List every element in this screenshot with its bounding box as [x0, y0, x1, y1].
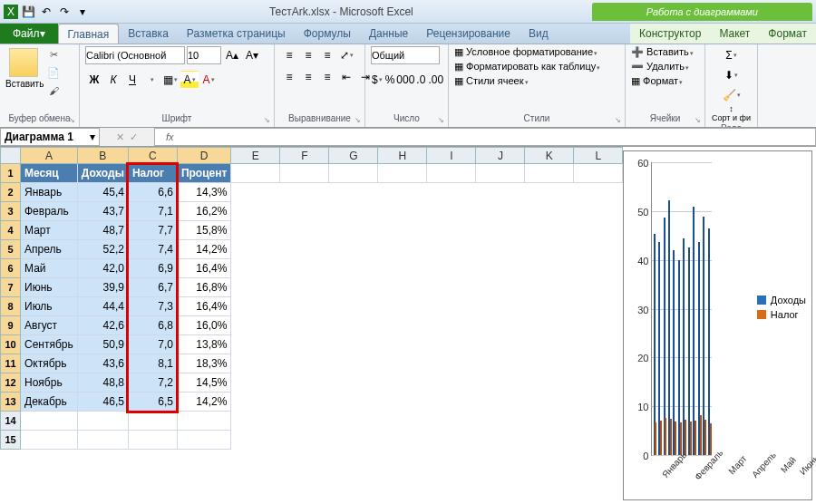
cell[interactable]: Август: [21, 316, 78, 335]
cell[interactable]: 15,8%: [177, 221, 230, 240]
data-tab[interactable]: Данные: [360, 24, 417, 44]
col-header-D[interactable]: D: [177, 148, 230, 164]
cell[interactable]: 43,6: [77, 354, 128, 373]
clear-icon[interactable]: 🧹: [723, 86, 741, 104]
cell[interactable]: 52,2: [77, 240, 128, 259]
align-top-icon[interactable]: ≡: [280, 46, 298, 64]
file-tab[interactable]: Файл ▾: [0, 24, 58, 44]
font-size-select[interactable]: [187, 46, 221, 64]
cell[interactable]: 14,3%: [177, 183, 230, 202]
cut-icon[interactable]: ✂: [45, 46, 62, 63]
comma-icon[interactable]: 000: [396, 71, 414, 89]
cell[interactable]: 7,3: [128, 297, 177, 316]
insert-cells-button[interactable]: ➕ Вставить: [631, 46, 699, 58]
cell[interactable]: 6,6: [128, 183, 177, 202]
cell[interactable]: Сентябрь: [21, 335, 78, 354]
row-header-9[interactable]: 9: [1, 316, 21, 335]
delete-cells-button[interactable]: ➖ Удалить: [631, 61, 699, 73]
view-tab[interactable]: Вид: [520, 24, 558, 44]
align-bot-icon[interactable]: ≡: [318, 46, 336, 64]
cell[interactable]: Октябрь: [21, 354, 78, 373]
layout-tab[interactable]: Макет: [710, 24, 759, 44]
fill-icon[interactable]: ⬇: [723, 66, 741, 84]
cell[interactable]: [177, 412, 230, 431]
cell[interactable]: [21, 412, 78, 431]
cell[interactable]: 48,8: [77, 373, 128, 393]
cell[interactable]: [427, 164, 476, 183]
cell[interactable]: [128, 412, 177, 431]
col-header-B[interactable]: B: [77, 148, 128, 164]
cell[interactable]: 14,2%: [177, 240, 230, 259]
col-header-F[interactable]: F: [280, 148, 329, 164]
cell[interactable]: Июнь: [21, 278, 78, 297]
name-box[interactable]: Диаграмма 1▾: [0, 128, 100, 146]
indent-dec-icon[interactable]: ⇤: [337, 68, 355, 86]
redo-icon[interactable]: ↷: [56, 4, 73, 20]
qat-dropdown-icon[interactable]: ▾: [74, 4, 91, 20]
chart[interactable]: 0102030405060 ЯнварьФевральМартАпрельМ: [623, 150, 812, 500]
select-all[interactable]: [1, 148, 21, 164]
header-cell[interactable]: Доходы: [77, 164, 128, 183]
cell[interactable]: 39,9: [77, 278, 128, 297]
cell[interactable]: 6,8: [128, 316, 177, 335]
cell[interactable]: 44,4: [77, 297, 128, 316]
cell[interactable]: [329, 164, 378, 183]
shrink-font-icon[interactable]: A▾: [243, 46, 261, 64]
col-header-H[interactable]: H: [378, 148, 427, 164]
col-header-L[interactable]: L: [574, 148, 623, 164]
underline-dropdown[interactable]: [142, 71, 160, 89]
design-tab[interactable]: Конструктор: [630, 24, 710, 44]
cell[interactable]: Май: [21, 259, 78, 278]
header-cell[interactable]: Месяц: [21, 164, 78, 183]
cell[interactable]: Июль: [21, 297, 78, 316]
align-center-icon[interactable]: ≡: [299, 68, 317, 86]
bar-income[interactable]: [708, 228, 710, 455]
font-color-button[interactable]: A: [199, 71, 218, 89]
border-button[interactable]: ▦: [161, 71, 180, 89]
cell[interactable]: [476, 164, 525, 183]
cell[interactable]: 48,7: [77, 221, 128, 240]
enter-icon[interactable]: ✓: [130, 131, 138, 143]
dec-decimal-icon[interactable]: .00: [427, 71, 444, 89]
page-layout-tab[interactable]: Разметка страницы: [178, 24, 295, 44]
cell[interactable]: [525, 164, 574, 183]
undo-icon[interactable]: ↶: [38, 4, 54, 20]
italic-button[interactable]: К: [104, 71, 122, 89]
row-header-12[interactable]: 12: [1, 373, 21, 393]
format-painter-icon[interactable]: 🖌: [45, 82, 62, 99]
col-header-A[interactable]: A: [21, 148, 78, 164]
cell[interactable]: [128, 431, 177, 450]
cancel-icon[interactable]: ✕: [116, 131, 124, 143]
col-header-E[interactable]: E: [231, 148, 280, 164]
cell-styles-button[interactable]: ▦ Стили ячеек: [454, 75, 619, 87]
cell[interactable]: 7,0: [128, 335, 177, 354]
cell[interactable]: 13,8%: [177, 335, 230, 354]
col-header-G[interactable]: G: [329, 148, 378, 164]
cell[interactable]: [21, 431, 78, 450]
align-mid-icon[interactable]: ≡: [299, 46, 317, 64]
home-tab[interactable]: Главная: [58, 24, 120, 44]
cell[interactable]: 7,4: [128, 240, 177, 259]
bold-button[interactable]: Ж: [85, 71, 103, 89]
col-header-J[interactable]: J: [476, 148, 525, 164]
cell[interactable]: 14,5%: [177, 373, 230, 393]
paste-button[interactable]: Вставить: [5, 46, 42, 89]
row-header-5[interactable]: 5: [1, 240, 21, 259]
cell[interactable]: 6,9: [128, 259, 177, 278]
cell[interactable]: 45,4: [77, 183, 128, 202]
align-left-icon[interactable]: ≡: [280, 68, 298, 86]
currency-icon[interactable]: $: [371, 71, 384, 89]
grow-font-icon[interactable]: A▴: [223, 46, 241, 64]
row-header-10[interactable]: 10: [1, 335, 21, 354]
orientation-icon[interactable]: ⤢: [337, 46, 355, 64]
col-header-K[interactable]: K: [525, 148, 574, 164]
bar-income[interactable]: [693, 207, 695, 455]
row-header-3[interactable]: 3: [1, 202, 21, 221]
cell[interactable]: [574, 164, 623, 183]
cell[interactable]: 18,3%: [177, 354, 230, 373]
cell[interactable]: 7,1: [128, 202, 177, 221]
cell[interactable]: Апрель: [21, 240, 78, 259]
chart-container[interactable]: 0102030405060 ЯнварьФевральМартАпрельМ: [623, 147, 816, 504]
row-header-4[interactable]: 4: [1, 221, 21, 240]
bar-income[interactable]: [668, 200, 670, 455]
